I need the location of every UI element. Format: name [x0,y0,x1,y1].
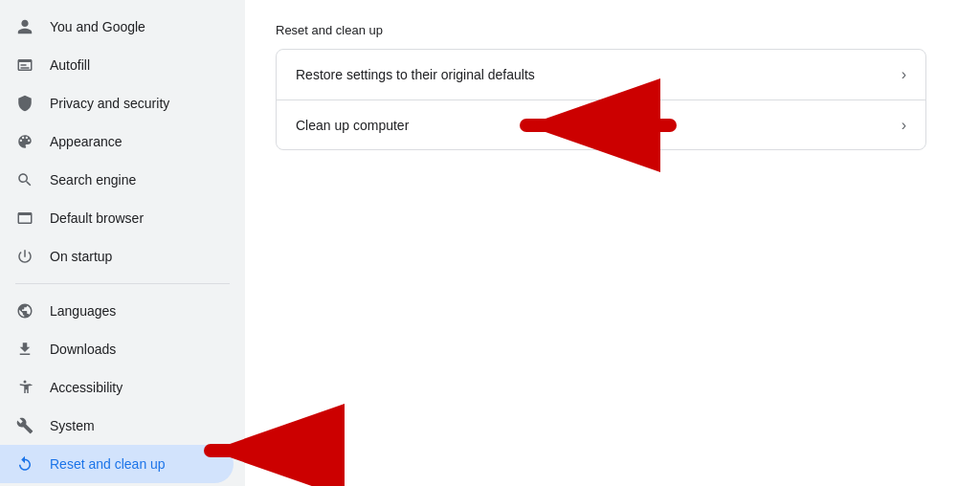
sidebar-item-autofill-label: Autofill [50,57,90,73]
restore-settings-label: Restore settings to their original defau… [296,67,535,82]
sidebar-item-accessibility-label: Accessibility [50,380,122,395]
chevron-right-icon-restore: › [902,66,906,83]
sidebar-item-languages[interactable]: Languages [0,292,234,330]
chevron-right-icon-cleanup: › [902,117,906,134]
clean-up-computer-item[interactable]: Clean up computer › [277,99,925,149]
sidebar-item-reset-label: Reset and clean up [50,456,166,472]
sidebar-divider [15,283,230,284]
sidebar-item-languages-label: Languages [50,303,116,319]
sidebar-item-search-engine-label: Search engine [50,172,136,188]
download-icon [15,340,34,359]
settings-card: Restore settings to their original defau… [276,49,926,150]
main-content: Reset and clean up Restore settings to t… [245,0,980,486]
accessibility-icon [15,378,34,397]
sidebar-item-you-and-google[interactable]: You and Google [0,8,234,46]
shield-icon [15,94,34,113]
autofill-icon [15,55,34,75]
sidebar-item-on-startup[interactable]: On startup [0,237,234,276]
search-icon [15,170,34,189]
sidebar-item-search-engine[interactable]: Search engine [0,161,234,199]
sidebar: You and Google Autofill Privacy and secu… [0,0,245,486]
power-icon [15,247,34,266]
sidebar-item-autofill[interactable]: Autofill [0,46,234,84]
sidebar-item-privacy-security-label: Privacy and security [50,96,169,111]
restore-settings-item[interactable]: Restore settings to their original defau… [277,50,925,99]
reset-icon [15,454,34,474]
sidebar-item-you-and-google-label: You and Google [50,19,145,34]
sidebar-item-default-browser-label: Default browser [50,210,144,226]
sidebar-item-on-startup-label: On startup [50,249,112,264]
sidebar-item-downloads[interactable]: Downloads [0,330,234,368]
sidebar-item-accessibility[interactable]: Accessibility [0,368,234,407]
person-icon [15,17,34,36]
sidebar-item-downloads-label: Downloads [50,342,116,357]
sidebar-item-appearance-label: Appearance [50,134,122,149]
system-icon [15,416,34,435]
palette-icon [15,132,34,151]
sidebar-item-system[interactable]: System [0,407,234,445]
sidebar-item-default-browser[interactable]: Default browser [0,199,234,237]
svg-point-0 [24,381,27,384]
sidebar-item-appearance[interactable]: Appearance [0,122,234,161]
section-title: Reset and clean up [276,23,949,37]
sidebar-item-privacy-security[interactable]: Privacy and security [0,84,234,122]
clean-up-computer-label: Clean up computer [296,118,409,133]
sidebar-item-reset[interactable]: Reset and clean up [0,445,234,483]
globe-icon [15,301,34,320]
sidebar-item-system-label: System [50,418,95,433]
browser-icon [15,209,34,228]
